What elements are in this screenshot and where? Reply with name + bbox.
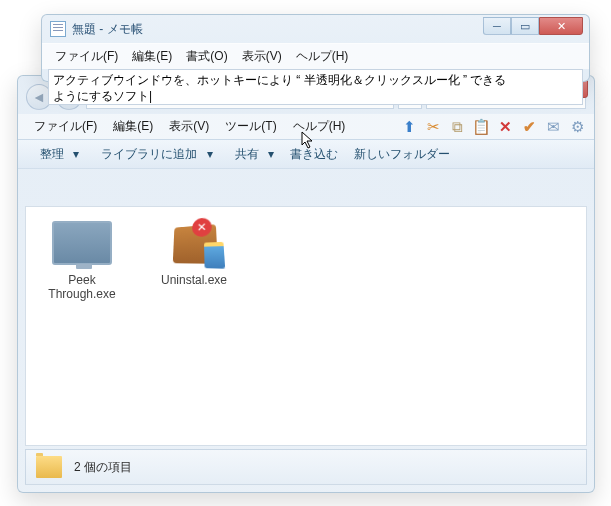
menu-file[interactable]: ファイル(F) — [48, 46, 125, 67]
file-name: Uninstal.exe — [152, 273, 236, 287]
cut-icon[interactable]: ✂ — [424, 118, 442, 136]
file-pane[interactable]: Peek Through.exe Uninstal.exe — [25, 206, 587, 446]
toolbar-right: ⬆ ✂ ⧉ 📋 ✕ ✔ ✉ ⚙ — [400, 118, 586, 136]
up-icon[interactable]: ⬆ — [400, 118, 418, 136]
notepad-titlebar[interactable]: 無題 - メモ帳 ─ ▭ ✕ — [42, 15, 589, 43]
window-buttons: ─ ▭ ✕ — [483, 17, 583, 35]
folder-icon — [36, 456, 62, 478]
menu-format[interactable]: 書式(O) — [179, 46, 234, 67]
menu-view[interactable]: 表示(V) — [161, 116, 217, 137]
notepad-title: 無題 - メモ帳 — [72, 21, 143, 38]
delete-icon[interactable]: ✕ — [496, 118, 514, 136]
paste-icon[interactable]: 📋 — [472, 118, 490, 136]
menu-edit[interactable]: 編集(E) — [105, 116, 161, 137]
uninstall-icon — [173, 224, 218, 264]
check-icon[interactable]: ✔ — [520, 118, 538, 136]
minimize-button[interactable]: ─ — [483, 17, 511, 35]
cmd-organize[interactable]: 整理 ▾ — [28, 146, 85, 163]
menu-edit[interactable]: 編集(E) — [125, 46, 179, 67]
file-item[interactable]: Uninstal.exe — [152, 221, 236, 287]
text-line: ようにするソフト| — [53, 88, 578, 104]
menu-tool[interactable]: ツール(T) — [217, 116, 284, 137]
menu-help[interactable]: ヘルプ(H) — [289, 46, 356, 67]
notepad-window: 無題 - メモ帳 ─ ▭ ✕ ファイル(F) 編集(E) 書式(O) 表示(V)… — [41, 14, 590, 82]
notepad-icon — [50, 21, 66, 37]
copy-icon[interactable]: ⧉ — [448, 118, 466, 136]
file-name: Peek Through.exe — [40, 273, 124, 301]
explorer-window: ─ ▭ ✕ ◄ ► « Program Files (x86) ▶ Peek T… — [17, 75, 595, 493]
mail-icon[interactable]: ✉ — [544, 118, 562, 136]
file-item[interactable]: Peek Through.exe — [40, 221, 124, 301]
menu-view[interactable]: 表示(V) — [235, 46, 289, 67]
menu-help[interactable]: ヘルプ(H) — [285, 116, 354, 137]
cmd-library[interactable]: ライブラリに追加 ▾ — [89, 146, 218, 163]
notepad-text-area[interactable]: アクティブウインドウを、ホットキーにより “ 半透明化＆クリックスルー化 ” で… — [48, 69, 583, 105]
notepad-menubar: ファイル(F) 編集(E) 書式(O) 表示(V) ヘルプ(H) — [42, 43, 589, 69]
close-button[interactable]: ✕ — [539, 17, 583, 35]
cmd-newfolder[interactable]: 新しいフォルダー — [348, 146, 456, 163]
explorer-menubar: ファイル(F) 編集(E) 表示(V) ツール(T) ヘルプ(H) ⬆ ✂ ⧉ … — [18, 114, 594, 139]
cmd-burn[interactable]: 書き込む — [284, 146, 344, 163]
cmd-share[interactable]: 共有 ▾ — [223, 146, 280, 163]
tool-icon[interactable]: ⚙ — [568, 118, 586, 136]
status-text: 2 個の項目 — [74, 459, 132, 476]
maximize-button[interactable]: ▭ — [511, 17, 539, 35]
menu-file[interactable]: ファイル(F) — [26, 116, 105, 137]
exe-icon — [52, 221, 112, 265]
text-line: アクティブウインドウを、ホットキーにより “ 半透明化＆クリックスルー化 ” で… — [53, 72, 578, 88]
status-bar: 2 個の項目 — [25, 449, 587, 485]
command-bar: 整理 ▾ ライブラリに追加 ▾ 共有 ▾ 書き込む 新しいフォルダー — [18, 139, 594, 169]
